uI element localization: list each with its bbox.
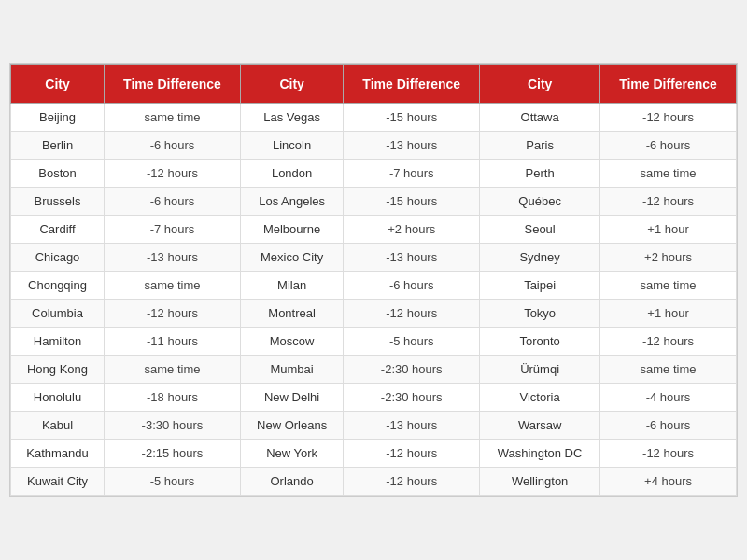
diff-2: -2:30 hours — [344, 384, 480, 412]
diff-3: same time — [600, 160, 737, 188]
city-1: Chongqing — [11, 272, 105, 300]
city-3: Sydney — [480, 244, 600, 272]
city-1: Columbia — [11, 300, 105, 328]
city-1: Boston — [11, 160, 105, 188]
city-1: Kabul — [11, 412, 105, 440]
city-2: Mumbai — [240, 356, 343, 384]
diff-3: -6 hours — [600, 132, 737, 160]
city-2: New Delhi — [240, 384, 343, 412]
diff-3: +2 hours — [600, 244, 737, 272]
city-2: Moscow — [240, 328, 343, 356]
city-1: Chicago — [11, 244, 105, 272]
diff-3: -6 hours — [600, 412, 737, 440]
city-2: Milan — [240, 272, 343, 300]
diff-2: -2:30 hours — [344, 356, 480, 384]
city-2: New Orleans — [240, 412, 343, 440]
city-2: London — [240, 160, 343, 188]
city-2: Orlando — [240, 468, 343, 496]
diff-3: -12 hours — [600, 328, 737, 356]
diff-2: -7 hours — [344, 160, 480, 188]
city-1: Hamilton — [11, 328, 105, 356]
city-3: Victoria — [480, 384, 600, 412]
diff-3: +1 hour — [600, 216, 737, 244]
city-3: Tokyo — [480, 300, 600, 328]
city-3: Perth — [480, 160, 600, 188]
header-city-3: City — [480, 65, 600, 104]
table-row: Boston -12 hours London -7 hours Perth s… — [11, 160, 737, 188]
header-row: City Time Difference City Time Differenc… — [11, 65, 737, 104]
diff-1: -13 hours — [105, 244, 241, 272]
city-3: Washington DC — [480, 440, 600, 468]
header-diff-3: Time Difference — [600, 65, 737, 104]
city-2: Los Angeles — [240, 188, 343, 216]
header-diff-1: Time Difference — [105, 65, 241, 104]
table-row: Cardiff -7 hours Melbourne +2 hours Seou… — [11, 216, 737, 244]
diff-1: -12 hours — [105, 160, 241, 188]
diff-1: -18 hours — [105, 384, 241, 412]
diff-1: same time — [105, 272, 241, 300]
diff-1: -3:30 hours — [105, 412, 241, 440]
header-city-1: City — [11, 65, 105, 104]
diff-1: -5 hours — [105, 468, 241, 496]
diff-2: -15 hours — [344, 104, 480, 132]
diff-2: -13 hours — [344, 132, 480, 160]
diff-1: -6 hours — [105, 132, 241, 160]
diff-2: -12 hours — [344, 440, 480, 468]
city-2: Melbourne — [240, 216, 343, 244]
time-difference-table: City Time Difference City Time Differenc… — [9, 63, 738, 497]
diff-1: same time — [105, 104, 241, 132]
city-1: Hong Kong — [11, 356, 105, 384]
table-row: Chongqing same time Milan -6 hours Taipe… — [11, 272, 737, 300]
diff-1: -6 hours — [105, 188, 241, 216]
diff-3: -12 hours — [600, 440, 737, 468]
diff-3: same time — [600, 272, 737, 300]
city-2: Montreal — [240, 300, 343, 328]
diff-2: -12 hours — [344, 468, 480, 496]
diff-2: +2 hours — [344, 216, 480, 244]
table-row: Columbia -12 hours Montreal -12 hours To… — [11, 300, 737, 328]
city-3: Ürümqi — [480, 356, 600, 384]
city-1: Berlin — [11, 132, 105, 160]
city-3: Paris — [480, 132, 600, 160]
table-row: Hong Kong same time Mumbai -2:30 hours Ü… — [11, 356, 737, 384]
city-2: Lincoln — [240, 132, 343, 160]
city-3: Wellington — [480, 468, 600, 496]
table-row: Beijing same time Las Vegas -15 hours Ot… — [11, 104, 737, 132]
city-2: New York — [240, 440, 343, 468]
diff-3: same time — [600, 356, 737, 384]
diff-1: -12 hours — [105, 300, 241, 328]
table-row: Kuwait City -5 hours Orlando -12 hours W… — [11, 468, 737, 496]
city-2: Mexico City — [240, 244, 343, 272]
table-row: Honolulu -18 hours New Delhi -2:30 hours… — [11, 384, 737, 412]
diff-1: -2:15 hours — [105, 440, 241, 468]
table-row: Hamilton -11 hours Moscow -5 hours Toron… — [11, 328, 737, 356]
city-3: Seoul — [480, 216, 600, 244]
diff-3: -4 hours — [600, 384, 737, 412]
city-1: Honolulu — [11, 384, 105, 412]
city-2: Las Vegas — [240, 104, 343, 132]
diff-3: +4 hours — [600, 468, 737, 496]
diff-2: -6 hours — [344, 272, 480, 300]
city-3: Québec — [480, 188, 600, 216]
diff-1: -7 hours — [105, 216, 241, 244]
city-1: Kuwait City — [11, 468, 105, 496]
city-3: Taipei — [480, 272, 600, 300]
diff-1: same time — [105, 356, 241, 384]
city-3: Warsaw — [480, 412, 600, 440]
table-row: Brussels -6 hours Los Angeles -15 hours … — [11, 188, 737, 216]
diff-3: -12 hours — [600, 104, 737, 132]
diff-2: -12 hours — [344, 300, 480, 328]
table-row: Kabul -3:30 hours New Orleans -13 hours … — [11, 412, 737, 440]
table-row: Chicago -13 hours Mexico City -13 hours … — [11, 244, 737, 272]
table-row: Kathmandu -2:15 hours New York -12 hours… — [11, 440, 737, 468]
diff-3: -12 hours — [600, 188, 737, 216]
city-1: Kathmandu — [11, 440, 105, 468]
diff-2: -15 hours — [344, 188, 480, 216]
diff-1: -11 hours — [105, 328, 241, 356]
diff-2: -13 hours — [344, 412, 480, 440]
diff-3: +1 hour — [600, 300, 737, 328]
city-1: Beijing — [11, 104, 105, 132]
city-3: Ottawa — [480, 104, 600, 132]
header-diff-2: Time Difference — [344, 65, 480, 104]
city-1: Cardiff — [11, 216, 105, 244]
